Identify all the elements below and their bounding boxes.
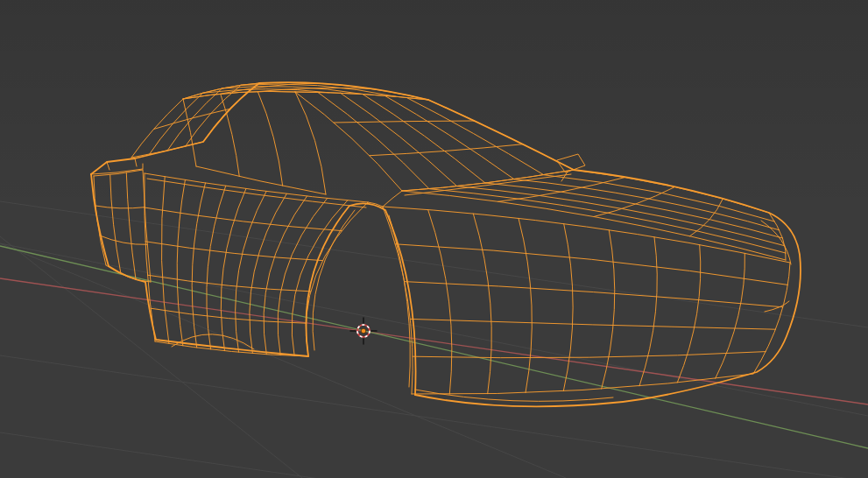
3d-viewport[interactable] — [0, 0, 868, 478]
object-origin-dot — [361, 328, 365, 333]
viewport-vignette — [0, 0, 868, 478]
viewport-canvas[interactable] — [0, 0, 868, 478]
